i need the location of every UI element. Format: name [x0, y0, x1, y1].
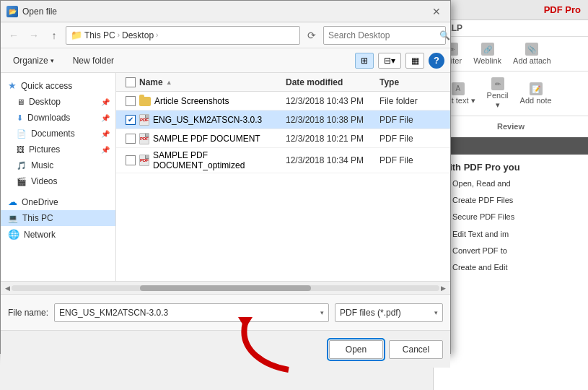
scroll-thumb[interactable] [140, 285, 311, 291]
back-button[interactable]: ← [5, 27, 22, 44]
sidebar-item-downloads[interactable]: ⬇ Downloads 📌 [1, 110, 115, 126]
file-name-3: PDF SAMPLE PDF DOCUMENT [139, 133, 286, 144]
search-input[interactable] [328, 30, 436, 40]
file-row-eng-us[interactable]: ✔ PDF ENG_US_KM2ATSCN-3.0.3 12/3/2018 10… [116, 110, 450, 129]
pdf-pro-help[interactable]: HELP [434, 20, 588, 37]
feature-3: ✔Secure PDF Files [441, 212, 581, 225]
scroll-track[interactable] [12, 285, 439, 291]
checkbox-2[interactable]: ✔ [126, 115, 136, 125]
sidebar-item-this-pc[interactable]: 💻 This PC [1, 210, 115, 226]
pdf-icon-2: PDF [139, 114, 149, 126]
feature-6: ✔Create and Edit [441, 262, 581, 275]
highlight-icon: A [452, 82, 465, 95]
file-name-2: PDF ENG_US_KM2ATSCN-3.0.3 [139, 114, 286, 126]
pdf-pro-title: PDF Pro [434, 0, 588, 20]
review-section: Review [434, 116, 588, 137]
sidebar-item-desktop[interactable]: 🖥 Desktop 📌 [1, 94, 115, 110]
header-checkbox-cell [122, 77, 139, 87]
folder-icon [139, 97, 151, 106]
add-attach-button[interactable]: 📎 Add attach [509, 41, 556, 66]
up-button[interactable]: ↑ [45, 27, 63, 44]
documents-pin: 📌 [101, 130, 110, 138]
checkbox-3[interactable] [126, 134, 136, 144]
sidebar-item-documents[interactable]: 📄 Documents 📌 [1, 126, 115, 142]
file-type-4: PDF File [379, 155, 444, 165]
toolbar-row: Organize ▾ New folder ⊞ ⊟▾ ▦ ? [1, 48, 450, 73]
cancel-button[interactable]: Cancel [389, 340, 443, 359]
dialog-title-bar: 📂 Open file ✕ [1, 1, 450, 22]
downloads-icon: ⬇ [17, 113, 23, 123]
help-button[interactable]: ? [429, 53, 444, 69]
scroll-left-arrow[interactable]: ◀ [4, 285, 12, 292]
file-date-3: 12/3/2018 10:21 PM [286, 134, 379, 144]
sidebar-item-quick-access[interactable]: ★ Quick access [1, 77, 115, 94]
organize-button[interactable]: Organize ▾ [6, 53, 61, 69]
sidebar-item-music[interactable]: 🎵 Music [1, 157, 115, 173]
view-grid-button[interactable]: ⊞ [355, 53, 374, 69]
pictures-pin: 📌 [101, 146, 110, 154]
col-type-header[interactable]: Type [379, 77, 444, 87]
horizontal-scrollbar[interactable]: ◀ ▶ [1, 281, 450, 294]
filetype-select[interactable]: PDF files (*.pdf) ▾ [335, 303, 443, 322]
toolbar-right: ⊞ ⊟▾ ▦ ? [355, 53, 444, 69]
pdf-pro-content: With PDF Pro you ✔Open, Read and ✔Create… [434, 155, 588, 282]
sidebar-item-onedrive[interactable]: ☁ OneDrive [1, 194, 115, 210]
view-list-button[interactable]: ⊟▾ [378, 53, 401, 69]
breadcrumb-sep-2: › [156, 31, 158, 39]
main-area: ★ Quick access 🖥 Desktop 📌 ⬇ Downloads 📌… [1, 73, 450, 281]
desktop-pin: 📌 [101, 98, 110, 106]
file-type-1: File folder [379, 96, 444, 106]
file-date-2: 12/3/2018 10:38 PM [286, 115, 379, 125]
checkbox-cell-3 [122, 134, 139, 144]
scroll-right-arrow[interactable]: ▶ [439, 285, 447, 292]
open-file-dialog: 📂 Open file ✕ ← → ↑ 📁 This PC › Desktop … [0, 0, 451, 354]
file-name-4: PDF SAMPLE PDF DOCUMENT_optimized [139, 150, 286, 170]
sidebar-item-network[interactable]: 🌐 Network [1, 226, 115, 243]
file-row-article-screenshots[interactable]: Article Screenshots 12/3/2018 10:43 PM F… [116, 92, 450, 110]
file-type-2: PDF File [379, 115, 444, 125]
checkbox-4[interactable] [126, 155, 136, 165]
breadcrumb-desktop: Desktop [122, 30, 154, 40]
file-list-header: Name ▲ Date modified Type [116, 73, 450, 92]
breadcrumb-folder-icon: 📁 [71, 30, 82, 40]
onedrive-icon: ☁ [8, 196, 17, 207]
search-icon: 🔍 [439, 30, 450, 40]
quick-access-icon: ★ [8, 80, 17, 91]
filename-input[interactable]: ENG_US_KM2ATSCN-3.0.3 ▾ [54, 303, 329, 322]
sidebar-item-pictures[interactable]: 🖼 Pictures 📌 [1, 142, 115, 157]
checkbox-1[interactable] [126, 96, 136, 106]
open-button[interactable]: Open [329, 340, 383, 359]
add-note-button[interactable]: 📝 Add note [516, 81, 556, 106]
view-panel-button[interactable]: ▦ [405, 53, 424, 69]
documents-icon: 📄 [17, 129, 27, 139]
breadcrumb[interactable]: 📁 This PC › Desktop › [66, 26, 300, 45]
forward-button[interactable]: → [25, 27, 43, 44]
pictures-icon: 🖼 [17, 145, 25, 154]
feature-2: ✔Create PDF Files [441, 195, 581, 208]
weblink-button[interactable]: 🔗 Weblink [469, 41, 506, 66]
sidebar-item-videos[interactable]: 🎬 Videos [1, 173, 115, 189]
pdf-icon-3: PDF [139, 133, 149, 144]
title-bar-left: 📂 Open file [6, 6, 57, 17]
feature-4: ✔Edit Text and im [441, 229, 581, 242]
filename-arrow: ▾ [320, 309, 324, 316]
add-note-icon: 📝 [530, 82, 543, 95]
weblink-icon: 🔗 [481, 43, 494, 56]
downloads-pin: 📌 [101, 114, 110, 122]
pencil-button[interactable]: ✏ Pencil ▾ [483, 76, 513, 111]
refresh-button[interactable]: ⟳ [303, 27, 320, 44]
close-button[interactable]: ✕ [429, 4, 444, 20]
checkbox-cell-1 [122, 96, 139, 106]
organize-arrow: ▾ [51, 57, 54, 64]
col-name-header[interactable]: Name ▲ [139, 77, 286, 87]
header-checkbox[interactable] [126, 77, 136, 87]
sidebar: ★ Quick access 🖥 Desktop 📌 ⬇ Downloads 📌… [1, 73, 116, 281]
new-folder-button[interactable]: New folder [66, 53, 120, 69]
file-row-sample-pdf-optimized[interactable]: PDF SAMPLE PDF DOCUMENT_optimized 12/3/2… [116, 148, 450, 173]
file-type-3: PDF File [379, 134, 444, 144]
videos-icon: 🎬 [17, 177, 27, 186]
search-bar[interactable]: 🔍 [323, 26, 446, 45]
file-row-sample-pdf[interactable]: PDF SAMPLE PDF DOCUMENT 12/3/2018 10:21 … [116, 129, 450, 148]
file-name-label: File name: [8, 308, 48, 318]
col-date-header[interactable]: Date modified [286, 77, 379, 87]
